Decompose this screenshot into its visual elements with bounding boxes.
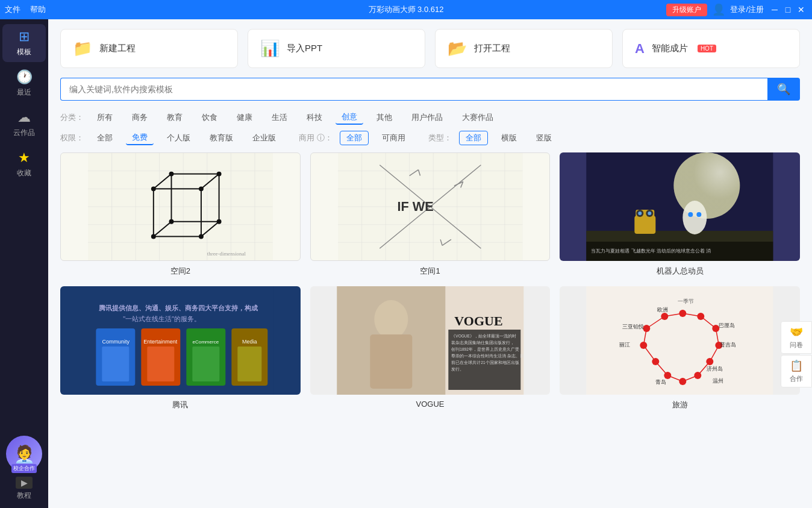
comm-all[interactable]: 全部 xyxy=(340,131,369,145)
svg-text:Community: Community xyxy=(102,339,130,345)
collab-label: 合作 xyxy=(790,374,803,383)
sidebar-item-recent[interactable]: 🕐 最近 xyxy=(2,64,46,102)
template-card-6[interactable]: 三亚铂悦 欧洲 巴厘岛 普吉岛 丽江 济州岛 青岛 温州 一季节 旅游 xyxy=(560,286,800,410)
perm-enterprise[interactable]: 企业版 xyxy=(246,131,282,145)
svg-text:Media: Media xyxy=(242,339,257,345)
svg-rect-78 xyxy=(237,347,261,381)
svg-point-81 xyxy=(374,300,408,339)
restore-button[interactable]: □ xyxy=(782,4,794,16)
survey-button[interactable]: 🤝 问卷 xyxy=(781,321,812,354)
title-bar-right: 升级账户 👤 登录/注册 ─ □ ✕ xyxy=(666,3,807,16)
open-project-button[interactable]: 📂 打开工程 xyxy=(435,29,613,68)
cat-food[interactable]: 饮食 xyxy=(196,111,223,124)
template-name-1: 空间2 xyxy=(60,266,301,277)
svg-text:尊崇的一本综合性时尚生活消 杂志。目: 尊崇的一本综合性时尚生活消 杂志。目 xyxy=(451,354,524,359)
perm-all[interactable]: 全部 xyxy=(91,131,119,145)
sidebar-label-cloud: 云作品 xyxy=(13,128,35,138)
comm-ok[interactable]: 可商用 xyxy=(376,131,411,145)
template-card-2[interactable]: IF WE 空间1 xyxy=(310,152,551,277)
template-name-6: 旅游 xyxy=(560,400,800,410)
template-card-4[interactable]: 腾讯提供信息、沟通、娱乐、商务四大平台支持，构成 "一站式在线生活"的服务。 C… xyxy=(60,286,301,410)
template-card-1[interactable]: three-dimensional 空间2 xyxy=(60,152,301,277)
ifwe-svg: IF WE xyxy=(311,153,550,260)
upgrade-button[interactable]: 升级账户 xyxy=(666,4,707,16)
top-actions: 📁 新建工程 📊 导入PPT 📂 打开工程 A 智能成片 HOT xyxy=(60,29,800,68)
svg-rect-75 xyxy=(192,347,219,381)
svg-point-51 xyxy=(674,152,740,219)
campus-badge[interactable]: 🧑‍💼 校企合作 xyxy=(6,436,42,472)
vogue-svg: VOGUE 《VOGUE》，始全球最顶一流的时 装杂志美国集纳仕集团出版发行， … xyxy=(310,286,551,395)
cat-tech[interactable]: 科技 xyxy=(301,111,328,124)
type-landscape[interactable]: 横版 xyxy=(495,131,523,145)
right-float-panel: 🤝 问卷 📋 合作 xyxy=(781,321,812,387)
close-button[interactable]: ✕ xyxy=(795,4,807,16)
svg-point-21 xyxy=(151,234,156,239)
svg-point-60 xyxy=(689,212,693,217)
permission-label: 权限： xyxy=(60,133,84,143)
sidebar-item-tutorial[interactable]: ▶ 教程 xyxy=(16,477,33,501)
cat-user[interactable]: 用户作品 xyxy=(405,111,449,124)
search-input[interactable] xyxy=(60,78,767,101)
recent-icon: 🕐 xyxy=(16,69,33,85)
svg-text:腾讯提供信息、沟通、娱乐、商务四大平台支持，构成: 腾讯提供信息、沟通、娱乐、商务四大平台支持，构成 xyxy=(99,304,258,312)
search-button[interactable]: 🔍 xyxy=(767,78,800,101)
app-title: 万彩动画大师 3.0.612 xyxy=(369,4,444,15)
template-card-5[interactable]: VOGUE 《VOGUE》，始全球最顶一流的时 装杂志美国集纳仕集团出版发行， … xyxy=(310,286,551,410)
app-body: ⊞ 模板 🕐 最近 ☁ 云作品 ★ 收藏 🧑‍💼 校企合作 ▶ 教程 xyxy=(0,19,812,508)
cat-education[interactable]: 教育 xyxy=(161,111,189,124)
svg-text:eCommerce: eCommerce xyxy=(193,339,219,345)
svg-point-25 xyxy=(169,219,174,224)
cat-life[interactable]: 生活 xyxy=(266,111,293,124)
svg-text:巴厘岛: 巴厘岛 xyxy=(719,322,735,328)
menu-help[interactable]: 帮助 xyxy=(30,4,46,15)
svg-text:青岛: 青岛 xyxy=(656,379,667,385)
template-name-4: 腾讯 xyxy=(60,400,301,410)
svg-text:创刊1892年，是世界上历史意久广受: 创刊1892年，是世界上历史意久广受 xyxy=(451,347,519,352)
perm-personal[interactable]: 个人版 xyxy=(161,131,196,145)
minimize-button[interactable]: ─ xyxy=(769,4,781,16)
template-grid: three-dimensional 空间2 xyxy=(60,152,800,410)
login-button[interactable]: 登录/注册 xyxy=(730,4,764,15)
smart-clip-button[interactable]: A 智能成片 HOT xyxy=(622,29,800,68)
new-project-icon: 📁 xyxy=(73,39,92,58)
type-all[interactable]: 全部 xyxy=(459,131,488,145)
sidebar-item-favorite[interactable]: ★ 收藏 xyxy=(2,145,46,183)
cat-creative[interactable]: 创意 xyxy=(336,110,363,125)
svg-rect-69 xyxy=(102,347,129,381)
svg-rect-72 xyxy=(147,347,174,381)
svg-text:温州: 温州 xyxy=(713,378,724,384)
svg-text:发行。: 发行。 xyxy=(451,367,464,371)
commercial-label: 商用 ⓘ： xyxy=(299,133,333,143)
svg-point-22 xyxy=(199,234,204,239)
cat-all[interactable]: 所有 xyxy=(91,111,119,124)
avatar-icon: 👤 xyxy=(712,3,725,16)
template-name-3: 机器人总动员 xyxy=(560,266,800,277)
svg-text:前已在全球共计21个国家和地区出版: 前已在全球共计21个国家和地区出版 xyxy=(451,360,519,365)
import-ppt-button[interactable]: 📊 导入PPT xyxy=(248,29,425,68)
new-project-button[interactable]: 📁 新建工程 xyxy=(60,29,238,68)
campus-label: 校企合作 xyxy=(11,464,37,473)
sidebar: ⊞ 模板 🕐 最近 ☁ 云作品 ★ 收藏 🧑‍💼 校企合作 ▶ 教程 xyxy=(0,19,48,508)
svg-text:VOGUE: VOGUE xyxy=(454,313,502,328)
type-portrait[interactable]: 竖版 xyxy=(530,131,558,145)
import-ppt-label: 导入PPT xyxy=(287,43,322,54)
svg-point-19 xyxy=(151,186,156,191)
template-card-3[interactable]: 当瓦力与夏娃相遇 飞越数光年 浩劫后的地球意念公着 消 机器人总动员 xyxy=(560,152,800,277)
hot-badge: HOT xyxy=(698,45,716,52)
menu-file[interactable]: 文件 xyxy=(5,4,20,15)
perm-free[interactable]: 免费 xyxy=(126,131,154,145)
collab-button[interactable]: 📋 合作 xyxy=(781,355,812,387)
tutorial-label: 教程 xyxy=(17,491,31,501)
sidebar-item-template[interactable]: ⊞ 模板 xyxy=(2,24,46,62)
template-icon: ⊞ xyxy=(19,29,30,45)
sidebar-item-cloud[interactable]: ☁ 云作品 xyxy=(2,105,46,143)
svg-text:一季节: 一季节 xyxy=(678,298,695,304)
survey-label: 问卷 xyxy=(790,340,803,350)
cat-business[interactable]: 商务 xyxy=(126,111,154,124)
cat-health[interactable]: 健康 xyxy=(231,111,258,124)
walle-svg: 当瓦力与夏娃相遇 飞越数光年 浩劫后的地球意念公着 消 xyxy=(560,152,800,261)
svg-point-26 xyxy=(217,219,222,224)
cat-contest[interactable]: 大赛作品 xyxy=(456,111,499,124)
perm-edu[interactable]: 教育版 xyxy=(204,131,239,145)
cat-other[interactable]: 其他 xyxy=(370,111,398,124)
